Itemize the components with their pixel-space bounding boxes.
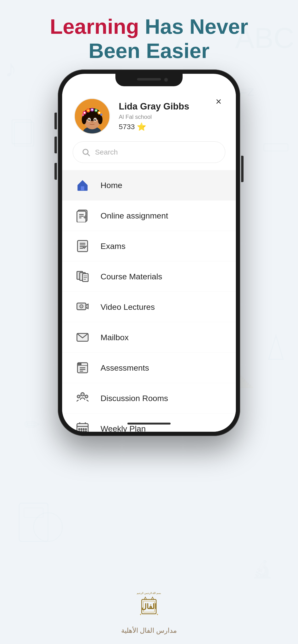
search-placeholder: Search [95,148,118,156]
notch-speaker [137,78,161,80]
svg-rect-3 [12,120,31,144]
menu-item-video-lectures[interactable]: Video Lectures [62,292,236,322]
svg-text:الفال: الفال [141,602,157,610]
screen-content: × [62,86,236,432]
svg-point-83 [85,431,87,432]
svg-point-81 [81,431,82,432]
svg-point-22 [87,110,89,112]
svg-rect-5 [264,144,288,151]
menu-item-discussion-rooms[interactable]: Discussion Rooms [62,383,236,414]
video-lectures-icon [74,298,91,315]
search-icon [82,148,90,156]
svg-point-17 [82,115,86,124]
course-materials-icon [74,268,91,285]
profile-score: 5733 ⭐ [119,122,189,131]
assignment-icon [74,207,91,224]
exams-icon [74,238,91,254]
phone-notch [115,74,183,86]
svg-text:✦: ✦ [156,613,159,616]
menu-item-course-label: Course Materials [100,272,162,281]
svg-point-30 [100,113,103,116]
menu-item-discussion-label: Discussion Rooms [100,394,168,403]
menu-item-exams[interactable]: Exams [62,231,236,262]
svg-point-78 [83,428,84,430]
search-bar[interactable]: Search [73,141,225,163]
svg-point-8 [34,513,62,542]
menu-item-assessments-label: Assessments [100,363,149,372]
svg-point-58 [80,305,83,308]
learning-text: Learning [50,14,139,38]
weekly-plan-icon [74,420,91,432]
avatar [74,98,110,134]
menu-item-mailbox-label: Mailbox [100,333,129,342]
svg-point-29 [82,114,84,116]
menu-item-course-materials[interactable]: Course Materials [62,262,236,292]
svg-point-18 [98,115,102,124]
svg-point-79 [85,428,87,430]
menu-item-online-assignment[interactable]: Online assignment [62,200,236,231]
svg-text:🔬: 🔬 [252,560,273,579]
profile-name: Lida Gray Gibbs [119,101,189,112]
home-icon [74,177,91,194]
discussion-rooms-icon [74,390,91,406]
svg-point-82 [83,431,84,432]
menu-list: Home [62,170,236,432]
svg-rect-10 [19,503,48,542]
title-part2: Has Never [139,14,248,38]
svg-point-35 [89,119,90,120]
title-line2: Been Easier [89,39,209,62]
svg-point-80 [79,431,80,432]
menu-item-assessments[interactable]: Assessments [62,353,236,383]
svg-point-20 [83,112,85,114]
notch-camera [164,78,168,82]
menu-item-mailbox[interactable]: Mailbox [62,322,236,353]
profile-school: Al Fal school [119,114,189,120]
svg-point-36 [95,119,96,120]
svg-point-33 [88,119,90,121]
header-title: Learning Has Never Been Easier [0,14,298,63]
svg-text:بسم الله الرحمن الرحيم: بسم الله الرحمن الرحيم [137,592,161,595]
close-button[interactable]: × [212,95,225,108]
svg-rect-40 [81,186,84,190]
svg-text:✏: ✏ [24,414,40,435]
phone-outer-frame: × [58,70,240,436]
menu-item-home[interactable]: Home [62,170,236,200]
phone-mockup: × [58,70,240,436]
svg-point-66 [80,364,81,365]
menu-item-assignment-label: Online assignment [100,211,168,220]
svg-point-77 [81,428,82,430]
svg-point-26 [95,110,97,111]
svg-rect-4 [14,122,34,146]
svg-point-76 [79,428,80,430]
svg-point-65 [78,364,80,365]
svg-rect-11 [24,508,43,518]
phone-inner-frame: × [62,74,236,432]
svg-point-34 [94,119,96,121]
profile-info: Lida Gray Gibbs Al Fal school 5733 ⭐ [119,101,189,131]
svg-rect-72 [77,424,88,432]
menu-item-exams-label: Exams [100,242,125,251]
footer-logo: بسم الله الرحمن الرحيم الفال ✦ ✦ مدارس ا… [121,589,177,634]
svg-text:✦: ✦ [139,613,142,616]
svg-point-69 [85,395,88,398]
logo-emblem-svg: بسم الله الرحمن الرحيم الفال ✦ ✦ [132,589,166,623]
assessments-icon [74,360,91,376]
menu-item-home-label: Home [100,181,122,190]
svg-point-28 [98,112,100,114]
star-icon: ⭐ [137,122,146,131]
svg-line-39 [88,154,89,156]
mailbox-icon [74,329,91,346]
profile-section: Lida Gray Gibbs Al Fal school 5733 ⭐ [62,86,236,141]
svg-point-24 [91,109,93,111]
svg-point-68 [77,395,80,398]
home-indicator [127,422,171,424]
footer-logo-text: مدارس الفال الأهلية [121,626,177,634]
svg-point-67 [81,393,84,396]
menu-item-weekly-label: Weekly Plan [100,424,146,432]
search-container: Search [62,141,236,170]
menu-item-video-label: Video Lectures [100,302,155,312]
svg-point-37 [91,121,93,123]
